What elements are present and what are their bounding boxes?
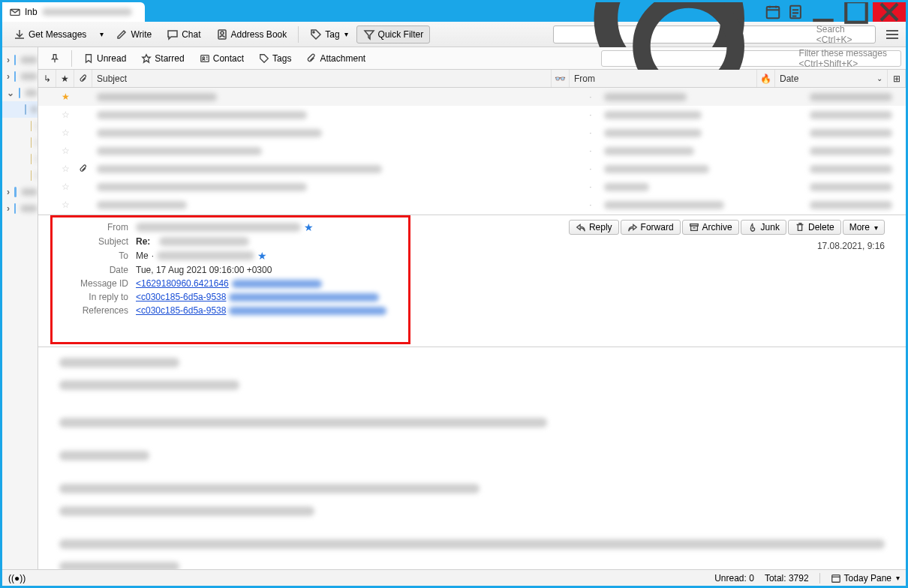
filter-attachment-button[interactable]: Attachment (299, 51, 372, 66)
filter-tags-button[interactable]: Tags (252, 51, 298, 66)
col-picker[interactable]: ⊞ (888, 70, 906, 87)
message-row[interactable]: ☆· (38, 160, 906, 178)
star-toggle[interactable]: ☆ (56, 182, 74, 192)
address-book-button[interactable]: Address Book (209, 26, 294, 44)
folder-item-inbox[interactable] (2, 101, 38, 118)
star-toggle[interactable]: ★ (56, 92, 74, 102)
to-value[interactable]: Me · ★ (136, 250, 406, 262)
filter-icon (363, 28, 375, 40)
tag-label: Tag (325, 29, 339, 40)
quick-filter-bar: Unread Starred Contact Tags Attachment F… (38, 47, 906, 70)
star-toggle[interactable]: ☆ (56, 164, 74, 174)
online-status-icon[interactable]: ((●)) (8, 573, 26, 584)
write-button[interactable]: Write (109, 26, 158, 44)
app-menu-button[interactable] (883, 30, 901, 39)
col-star[interactable]: ★ (56, 70, 74, 87)
folder-item[interactable] (2, 134, 38, 151)
today-pane-button[interactable]: Today Pane▾ (831, 573, 900, 584)
message-row[interactable]: ☆· (38, 106, 906, 124)
col-read[interactable]: 👓 (552, 70, 570, 87)
get-messages-dropdown[interactable]: ▾ (95, 27, 107, 41)
close-button[interactable] (873, 2, 906, 22)
quick-filter-button[interactable]: Quick Filter (356, 26, 431, 44)
chat-button[interactable]: Chat (160, 26, 207, 44)
folder-item[interactable] (2, 167, 38, 184)
message-list: ★·☆·☆·☆·☆·☆·☆· (38, 88, 906, 215)
archive-button[interactable]: Archive (682, 220, 739, 235)
maximize-button[interactable] (840, 2, 873, 22)
junk-button[interactable]: Junk (741, 220, 786, 235)
message-date (805, 93, 906, 101)
star-icon[interactable]: ★ (304, 221, 314, 233)
col-subject[interactable]: Subject (92, 70, 552, 87)
pencil-icon (116, 28, 128, 40)
message-filter-input[interactable]: Filter these messages <Ctrl+Shift+K> (601, 50, 901, 67)
star-toggle[interactable]: ☆ (56, 128, 74, 138)
forward-button[interactable]: Forward (621, 220, 681, 235)
account-item[interactable]: ⌄ (2, 85, 38, 101)
read-status[interactable]: · (582, 128, 600, 138)
tag-icon (310, 28, 322, 40)
read-status[interactable]: · (582, 164, 600, 174)
pin-icon (50, 53, 60, 64)
filter-contact-button[interactable]: Contact (193, 51, 251, 66)
message-from (600, 201, 787, 209)
archive-icon (689, 222, 699, 232)
col-attachment[interactable] (74, 70, 92, 87)
more-button[interactable]: More▾ (843, 220, 885, 235)
filter-attachment-label: Attachment (320, 53, 365, 64)
message-subject (92, 165, 582, 173)
from-value[interactable]: ★ (136, 221, 406, 233)
message-row[interactable]: ☆· (38, 196, 906, 214)
col-thread[interactable]: ↳ (38, 70, 56, 87)
account-item[interactable]: › (2, 52, 38, 68)
message-body (38, 347, 906, 569)
message-row[interactable]: ☆· (38, 142, 906, 160)
account-item[interactable]: › (2, 184, 38, 200)
message-list-header: ↳ ★ Subject 👓 From 🔥 Date⌄ ⊞ (38, 70, 906, 88)
col-junk[interactable]: 🔥 (757, 70, 775, 87)
filter-tags-label: Tags (272, 53, 291, 64)
message-subject (92, 111, 582, 119)
tag-button[interactable]: Tag▾ (303, 26, 354, 44)
star-icon[interactable]: ★ (257, 250, 267, 262)
read-status[interactable]: · (582, 146, 600, 156)
filter-unread-label: Unread (97, 53, 126, 64)
folder-item[interactable] (2, 118, 38, 134)
message-date (805, 165, 906, 173)
message-from (600, 111, 787, 119)
message-id-value[interactable]: <1629180960.6421646 (136, 278, 406, 289)
filter-unread-button[interactable]: Unread (77, 51, 133, 66)
star-toggle[interactable]: ☆ (56, 110, 74, 120)
message-date (805, 183, 906, 191)
read-status[interactable]: · (582, 110, 600, 120)
get-messages-label: Get Messages (29, 29, 86, 40)
get-messages-button[interactable]: Get Messages (7, 26, 93, 44)
pin-filter-button[interactable] (43, 51, 67, 66)
attachment-indicator (74, 164, 92, 173)
read-status[interactable]: · (582, 200, 600, 210)
read-status[interactable]: · (582, 92, 600, 102)
message-row[interactable]: ☆· (38, 178, 906, 196)
account-item[interactable]: › (2, 68, 38, 85)
star-toggle[interactable]: ☆ (56, 200, 74, 210)
delete-button[interactable]: Delete (788, 220, 841, 235)
filter-starred-button[interactable]: Starred (134, 51, 191, 66)
references-value[interactable]: <c030c185-6d5a-9538 (136, 305, 406, 316)
star-toggle[interactable]: ☆ (56, 146, 74, 156)
reply-button[interactable]: Reply (569, 220, 619, 235)
mail-tab[interactable]: Inb (2, 2, 145, 22)
star-icon (141, 53, 152, 64)
search-placeholder: Search <Ctrl+K> (816, 24, 870, 45)
col-from[interactable]: From (570, 70, 757, 87)
unread-count: Unread: 0 (714, 573, 754, 584)
col-date[interactable]: Date⌄ (775, 70, 888, 87)
account-item[interactable]: › (2, 200, 38, 217)
folder-item[interactable] (2, 151, 38, 167)
message-row[interactable]: ★· (38, 88, 906, 106)
message-row[interactable]: ☆· (38, 124, 906, 142)
in-reply-to-value[interactable]: <c030c185-6d5a-9538 (136, 292, 406, 302)
read-status[interactable]: · (582, 182, 600, 192)
chat-icon (167, 28, 179, 40)
filter-starred-label: Starred (155, 53, 184, 64)
